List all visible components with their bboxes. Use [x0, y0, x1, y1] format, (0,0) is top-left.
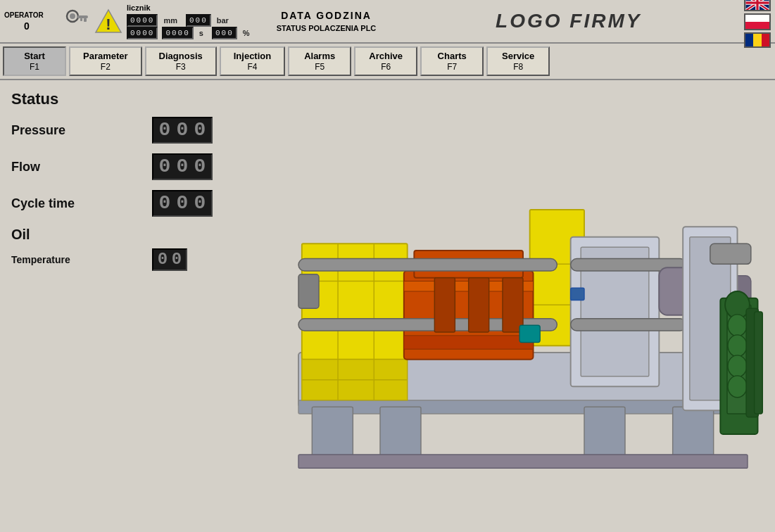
top-bar: OPERATOR 0 ! licznik 0000 mm 000 bar 000…	[0, 0, 775, 44]
bar-label: bar	[217, 16, 229, 25]
flow-row: Flow 0 0 0	[11, 153, 260, 180]
flow-label: Flow	[11, 160, 152, 175]
poland-white	[745, 15, 769, 22]
operator-label: OPERATOR	[4, 11, 44, 19]
romania-red-stripe	[762, 34, 769, 46]
seg-display-s2: 0000	[162, 27, 193, 39]
poland-flag-button[interactable]	[744, 13, 771, 30]
svg-rect-38	[298, 259, 557, 271]
key-icon	[65, 8, 90, 34]
logo-section: LOGO FIRMY	[398, 10, 740, 32]
svg-rect-59	[298, 455, 748, 468]
flags-section	[744, 0, 771, 48]
svg-point-54	[728, 335, 747, 357]
main-content: Status Pressure 0 0 0 Flow 0 0 0 Cycle t…	[0, 80, 775, 532]
svg-rect-64	[519, 325, 540, 342]
svg-rect-4	[80, 18, 82, 21]
warning-icon: !	[94, 7, 122, 35]
svg-rect-62	[469, 278, 489, 332]
svg-rect-15	[746, 1, 769, 4]
licznik-section: licznik 0000 mm 000 bar 0000 0000 s 000 …	[127, 4, 250, 39]
romania-flag-button[interactable]	[744, 32, 771, 48]
licznik-row2: 0000 0000 s 000 %	[127, 27, 250, 39]
nav-diagnosis-button[interactable]: Diagnosis F3	[145, 46, 217, 76]
licznik-row1: 0000 mm 000 bar	[127, 14, 250, 27]
pressure-label: Pressure	[11, 123, 152, 138]
pressure-display: 0 0 0	[152, 117, 213, 144]
nav-start-button[interactable]: Start F1	[3, 46, 66, 76]
romania-blue	[745, 34, 753, 46]
data-godzina-label: DATA GODZINA	[281, 10, 372, 21]
poland-flag-icon	[745, 15, 769, 29]
temperature-display: 0 0	[152, 248, 187, 271]
svg-rect-60	[298, 274, 319, 308]
left-panel: Status Pressure 0 0 0 Flow 0 0 0 Cycle t…	[0, 80, 271, 532]
oil-title: Oil	[11, 227, 260, 243]
svg-rect-18	[312, 407, 353, 461]
svg-rect-63	[503, 278, 523, 332]
pressure-row: Pressure 0 0 0	[11, 117, 260, 144]
nav-service-button[interactable]: Service F8	[486, 46, 550, 76]
svg-rect-21	[673, 407, 714, 461]
svg-point-55	[728, 355, 747, 377]
mm-label: mm	[163, 16, 177, 25]
svg-point-1	[70, 13, 75, 19]
svg-rect-2	[77, 15, 88, 18]
seg-display-mm: 0000	[127, 14, 158, 27]
svg-rect-3	[84, 18, 87, 22]
oil-temp-row: Temperature 0 0	[11, 248, 260, 271]
seg-display-bar: 000	[186, 14, 211, 27]
romania-yellow	[753, 34, 761, 46]
svg-text:!: !	[106, 15, 111, 33]
flow-display: 0 0 0	[152, 153, 213, 180]
nav-charts-button[interactable]: Charts F7	[420, 46, 484, 76]
logo-text: LOGO FIRMY	[496, 10, 641, 32]
nav-bar: Start F1 Parameter F2 Diagnosis F3 Injec…	[0, 44, 775, 80]
status-title: Status	[11, 90, 260, 108]
machine-area	[271, 80, 775, 532]
oil-section: Oil Temperature 0 0	[11, 227, 260, 271]
temperature-label: Temperature	[11, 254, 152, 265]
operator-value: 0	[24, 20, 30, 32]
poland-red	[745, 22, 769, 29]
nav-archive-button[interactable]: Archive F6	[354, 46, 417, 76]
svg-rect-61	[434, 278, 455, 332]
s-label: s	[199, 29, 203, 37]
cycle-time-display: 0 0 0	[152, 190, 213, 217]
percent-label: %	[243, 29, 250, 37]
cycle-time-label: Cycle time	[11, 196, 152, 211]
svg-rect-58	[755, 312, 763, 414]
romania-flag-icon	[745, 34, 769, 46]
nav-parameter-button[interactable]: Parameter F2	[69, 46, 142, 76]
cycle-time-row: Cycle time 0 0 0	[11, 190, 260, 217]
machine-illustration	[278, 87, 768, 495]
licznik-label: licznik	[127, 4, 250, 12]
nav-alarms-button[interactable]: Alarms F5	[288, 46, 351, 76]
svg-rect-36	[404, 336, 534, 349]
svg-point-56	[728, 376, 747, 398]
svg-rect-19	[380, 407, 421, 461]
svg-rect-20	[584, 407, 625, 461]
data-godzina-section: DATA GODZINA STATUS POLACZENIA PLC	[260, 10, 393, 32]
svg-rect-49	[710, 243, 751, 264]
nav-injection-button[interactable]: Injection F4	[220, 46, 285, 76]
operator-section: OPERATOR 0	[4, 11, 61, 32]
uk-flag-button[interactable]	[744, 0, 771, 11]
svg-rect-46	[571, 288, 584, 300]
svg-rect-43	[571, 319, 686, 331]
seg-display-pct: 000	[212, 27, 237, 39]
seg-display-s1: 0000	[127, 27, 158, 39]
svg-rect-14	[756, 0, 758, 11]
status-polaczenia-label: STATUS POLACZENIA PLC	[277, 24, 377, 32]
svg-point-53	[728, 315, 747, 336]
